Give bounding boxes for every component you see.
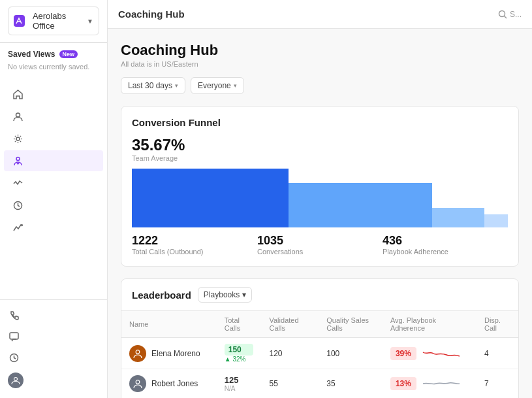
adherence-badge-1: 13% — [390, 377, 416, 390]
saved-views-header: Saved Views New — [8, 50, 99, 59]
funnel-stat: 35.67% Team Average — [132, 136, 508, 162]
name-cell-0: Elena Moreno — [129, 345, 209, 362]
coaching-icon — [12, 155, 23, 167]
sidebar-item-settings[interactable] — [4, 128, 103, 149]
app-logo — [14, 15, 25, 27]
svg-point-0 — [16, 113, 20, 117]
clock-nav-item[interactable] — [0, 347, 107, 368]
funnel-section: Conversion Funnel 35.67% Team Average 12… — [121, 106, 519, 267]
funnel-metric-1: 1035 Conversations — [257, 234, 383, 256]
playbooks-label: Playbooks — [204, 290, 240, 299]
funnel-team-average-label: Team Average — [132, 154, 508, 162]
filters-bar: Last 30 days ▾ Everyone ▾ — [121, 77, 519, 94]
new-badge: New — [59, 50, 78, 58]
home-icon — [12, 88, 23, 100]
svg-point-7 — [499, 10, 505, 16]
svg-point-2 — [16, 157, 20, 160]
assignee-label: Everyone — [198, 81, 231, 90]
quality-value-1: 35 — [326, 379, 335, 388]
funnel-bar-extra — [484, 214, 508, 227]
sidebar-item-activity[interactable] — [4, 173, 103, 193]
saved-views-title: Saved Views — [8, 50, 55, 59]
search-button[interactable]: S... — [498, 10, 522, 19]
funnel-metrics: 1222 Total Calls (Outbound) 1035 Convers… — [132, 234, 508, 256]
col-avg-playbook: Avg. Playbook Adherence — [383, 311, 477, 338]
workspace-name: Aerolabs Office — [33, 11, 87, 31]
date-range-filter[interactable]: Last 30 days ▾ — [121, 77, 185, 94]
user-icon — [12, 110, 23, 122]
cell-name-0: Elena Moreno — [121, 338, 217, 369]
chat-icon — [8, 331, 20, 342]
svg-point-8 — [136, 350, 140, 354]
leaderboard-table: Name Total Calls Validated Calls Quality… — [121, 311, 518, 398]
funnel-percentage: 35.67% — [132, 136, 508, 154]
col-validated-calls: Validated Calls — [261, 311, 319, 338]
sidebar-bottom — [0, 299, 107, 398]
sidebar-item-users[interactable] — [4, 106, 103, 127]
main-content: Coaching Hub S... Coaching Hub All data … — [108, 0, 532, 398]
cell-adherence-0: 39% — [383, 338, 477, 369]
metric-name-2: Playbook Adherence — [383, 248, 508, 256]
leaderboard-title: Leaderboard — [132, 290, 191, 301]
date-range-arrow: ▾ — [175, 82, 178, 89]
calls-cell-1: 125 N/A — [225, 375, 254, 392]
col-disp-calls: Disp. Call — [477, 311, 518, 338]
svg-rect-4 — [10, 333, 18, 339]
sidebar-item-trends[interactable] — [4, 217, 103, 238]
avatar — [8, 373, 23, 388]
user-avatar-nav[interactable] — [0, 368, 107, 393]
calls-value-1: 125 — [225, 375, 254, 385]
person-avatar-0 — [129, 345, 146, 362]
cell-quality-0: 100 — [319, 338, 383, 369]
validated-value-0: 120 — [269, 349, 282, 358]
topbar-title: Coaching Hub — [118, 8, 185, 20]
sidebar: Aerolabs Office ▼ Saved Views New No vie… — [0, 0, 108, 398]
sparkline-1 — [422, 376, 461, 391]
calls-change-0: ▲ 32% — [225, 356, 254, 363]
metric-value-0: 1222 — [132, 234, 257, 248]
col-name: Name — [121, 311, 217, 338]
date-range-label: Last 30 days — [128, 81, 172, 90]
page-header: Coaching Hub All data is in US/Eastern — [121, 42, 519, 68]
adherence-cell-1: 13% — [390, 376, 469, 391]
adherence-badge-0: 39% — [390, 347, 416, 360]
phone-nav-item[interactable] — [0, 305, 107, 326]
disp-value-0: 4 — [484, 349, 489, 358]
playbooks-filter[interactable]: Playbooks ▾ — [198, 287, 252, 303]
page-subtitle: All data is in US/Eastern — [121, 60, 519, 68]
funnel-bar-conversations — [289, 183, 432, 227]
person-avatar-1 — [129, 375, 146, 392]
cell-adherence-1: 13% — [383, 369, 477, 399]
sidebar-item-history[interactable] — [4, 195, 103, 216]
funnel-metric-0: 1222 Total Calls (Outbound) — [132, 234, 257, 256]
col-total-calls: Total Calls — [217, 311, 262, 338]
sidebar-item-home[interactable] — [4, 84, 103, 105]
svg-point-6 — [14, 378, 18, 381]
sidebar-item-coaching[interactable] — [4, 150, 103, 171]
quality-value-0: 100 — [326, 349, 339, 358]
person-name-1: Robert Jones — [151, 379, 198, 388]
assignee-filter[interactable]: Everyone ▾ — [191, 77, 244, 94]
svg-point-9 — [136, 380, 140, 384]
content-area: Coaching Hub All data is in US/Eastern L… — [108, 29, 532, 398]
metric-name-0: Total Calls (Outbound) — [132, 248, 257, 256]
calls-value-0: 150 — [225, 344, 254, 356]
table-header-row: Name Total Calls Validated Calls Quality… — [121, 311, 518, 338]
clock-icon — [8, 352, 20, 363]
table-row: Robert Jones 125 N/A 55 35 13% 7 — [121, 369, 518, 399]
cell-validated-1: 55 — [261, 369, 319, 399]
leaderboard-section: Leaderboard Playbooks ▾ Name Total Calls… — [121, 278, 519, 398]
saved-views-section: Saved Views New No views currently saved… — [0, 42, 107, 78]
calls-cell-0: 150 ▲ 32% — [225, 344, 254, 363]
no-views-text: No views currently saved. — [8, 63, 89, 71]
name-cell-1: Robert Jones — [129, 375, 209, 392]
sidebar-nav — [0, 78, 107, 299]
chat-nav-item[interactable] — [0, 326, 107, 347]
phone-icon — [8, 310, 20, 322]
funnel-title: Conversion Funnel — [132, 117, 508, 128]
cell-validated-0: 120 — [261, 338, 319, 369]
workspace-selector[interactable]: Aerolabs Office ▼ — [8, 7, 99, 35]
table-row: Elena Moreno 150 ▲ 32% 120 100 39% 4 — [121, 338, 518, 369]
metric-value-2: 436 — [383, 234, 508, 248]
funnel-bar-playbook — [432, 208, 484, 227]
